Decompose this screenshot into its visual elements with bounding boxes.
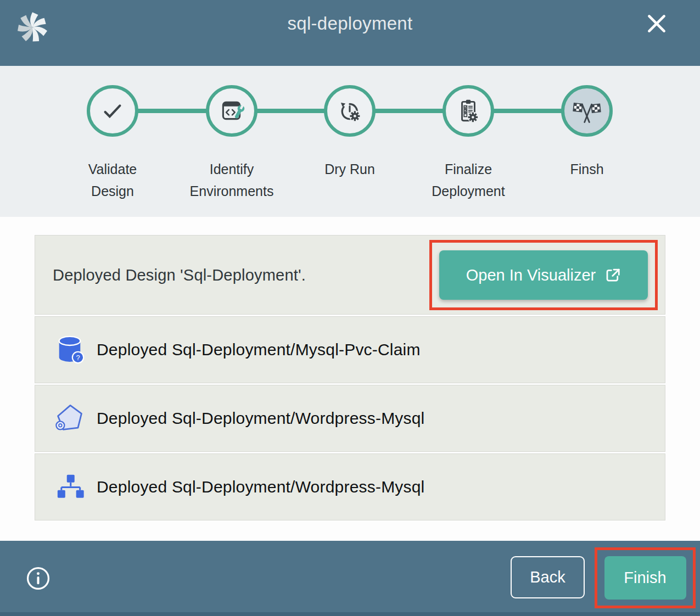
step-identify-environments[interactable] — [206, 85, 257, 137]
wizard-stepper: ValidateDesign IdentifyEnvironments — [0, 66, 700, 217]
summary-card: Deployed Design 'Sql-Deployment'. Open I… — [35, 235, 665, 315]
external-link-icon — [604, 267, 621, 283]
deployed-item-text: Deployed Sql-Deployment/Mysql-Pvc-Claim — [97, 317, 421, 383]
highlight-box-visualizer: Open In Visualizer — [429, 240, 658, 310]
svg-text:?: ? — [76, 354, 80, 362]
step-validate-design[interactable] — [87, 85, 138, 137]
checkered-flags-icon — [573, 97, 601, 125]
hierarchy-icon — [54, 471, 85, 503]
info-icon[interactable] — [26, 566, 51, 591]
modal-footer: Back Finish — [0, 541, 700, 616]
summary-message: Deployed Design 'Sql-Deployment'. — [53, 236, 306, 315]
deployed-item-text: Deployed Sql-Deployment/Wordpress-Mysql — [97, 385, 424, 451]
deployment-modal: sql-deployment ValidateDesign — [0, 0, 700, 616]
highlight-box-finish: Finish — [595, 547, 696, 608]
back-button[interactable]: Back — [511, 556, 585, 598]
step-dry-run[interactable] — [324, 85, 376, 137]
close-icon[interactable] — [645, 12, 668, 35]
database-icon: ? — [54, 333, 85, 366]
history-gear-icon — [336, 97, 363, 125]
step-label-identify-environments: IdentifyEnvironments — [169, 158, 295, 202]
results-panel: Deployed Design 'Sql-Deployment'. Open I… — [0, 217, 700, 541]
open-in-visualizer-button[interactable]: Open In Visualizer — [439, 250, 648, 300]
deployed-item-text: Deployed Sql-Deployment/Wordpress-Mysql — [97, 454, 424, 520]
deployed-item-row: Deployed Sql-Deployment/Wordpress-Mysql — [35, 385, 665, 452]
clipboard-gear-icon — [455, 97, 482, 125]
check-icon — [100, 98, 125, 124]
deployed-item-row: Deployed Sql-Deployment/Wordpress-Mysql — [35, 453, 665, 520]
step-finish[interactable] — [561, 85, 613, 137]
step-finalize-deployment[interactable] — [443, 85, 494, 137]
step-label-finish: Finsh — [524, 158, 650, 180]
step-label-dry-run: Dry Run — [287, 158, 413, 180]
modal-title: sql-deployment — [0, 0, 700, 66]
deployed-item-row: ? Deployed Sql-Deployment/Mysql-Pvc-Clai… — [35, 316, 665, 383]
open-in-visualizer-label: Open In Visualizer — [466, 266, 596, 284]
modal-header: sql-deployment — [0, 0, 700, 66]
step-label-finalize-deployment: FinalizeDeployment — [405, 158, 531, 202]
finish-button[interactable]: Finish — [604, 556, 686, 600]
code-wrench-icon — [218, 97, 245, 125]
step-label-validate-design: ValidateDesign — [49, 158, 176, 202]
pod-icon — [54, 402, 85, 435]
